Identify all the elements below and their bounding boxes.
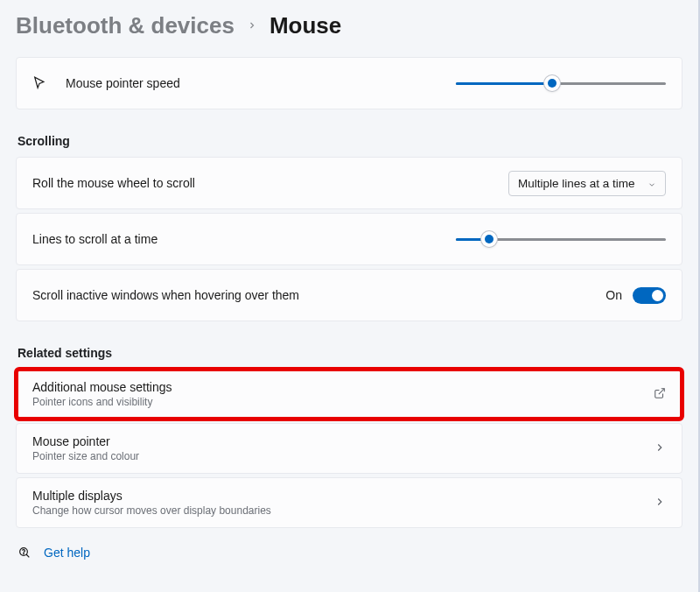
lines-to-scroll-slider[interactable]: [456, 229, 666, 250]
scrolling-section-title: Scrolling: [18, 134, 682, 148]
help-icon: [18, 546, 32, 560]
related-item-1[interactable]: Mouse pointerPointer size and colour: [16, 423, 682, 474]
related-item-2[interactable]: Multiple displaysChange how cursor moves…: [16, 477, 682, 528]
open-external-icon: [654, 387, 666, 402]
setting-scroll-inactive: Scroll inactive windows when hovering ov…: [16, 269, 682, 321]
breadcrumb-current: Mouse: [270, 12, 341, 39]
scroll-inactive-label: Scroll inactive windows when hovering ov…: [32, 288, 299, 302]
roll-wheel-dropdown[interactable]: Multiple lines at a time: [508, 171, 666, 196]
related-item-subtitle: Pointer size and colour: [32, 450, 654, 462]
help-row: Get help: [16, 546, 682, 560]
pointer-speed-slider[interactable]: [456, 73, 666, 94]
breadcrumb: Bluetooth & devices Mouse: [16, 12, 682, 39]
chevron-down-icon: [648, 179, 656, 187]
pointer-speed-label: Mouse pointer speed: [66, 76, 180, 90]
related-item-subtitle: Change how cursor moves over display bou…: [32, 504, 654, 517]
lines-to-scroll-label: Lines to scroll at a time: [32, 232, 158, 246]
related-item-title: Multiple displays: [32, 489, 654, 503]
breadcrumb-parent[interactable]: Bluetooth & devices: [16, 12, 234, 39]
related-item-0[interactable]: Additional mouse settingsPointer icons a…: [16, 369, 682, 419]
cursor-icon: [29, 75, 50, 91]
chevron-right-icon: [654, 441, 666, 456]
chevron-right-icon: [654, 496, 666, 511]
scroll-inactive-value-label: On: [606, 288, 622, 302]
chevron-right-icon: [247, 17, 257, 35]
related-item-title: Additional mouse settings: [32, 380, 654, 394]
roll-wheel-value: Multiple lines at a time: [518, 177, 635, 190]
svg-point-1: [24, 553, 24, 554]
related-section-title: Related settings: [18, 346, 682, 360]
get-help-link[interactable]: Get help: [44, 546, 90, 560]
roll-wheel-label: Roll the mouse wheel to scroll: [32, 176, 195, 190]
setting-pointer-speed: Mouse pointer speed: [16, 57, 682, 109]
related-item-title: Mouse pointer: [32, 434, 654, 448]
scroll-inactive-toggle[interactable]: [633, 287, 666, 304]
related-item-subtitle: Pointer icons and visibility: [32, 396, 654, 408]
setting-roll-wheel: Roll the mouse wheel to scroll Multiple …: [16, 157, 682, 209]
setting-lines-to-scroll: Lines to scroll at a time: [16, 213, 682, 265]
